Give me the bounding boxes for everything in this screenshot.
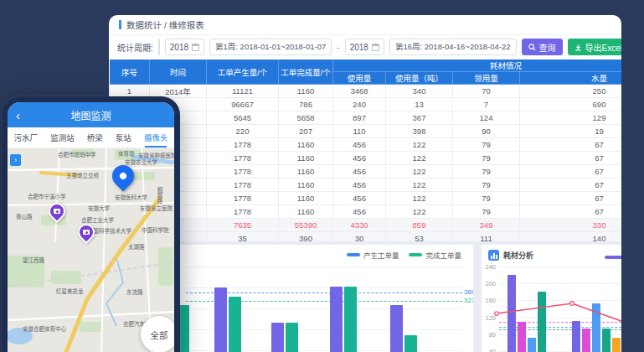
gridline (186, 287, 462, 288)
table-cell: 70 (453, 85, 520, 98)
phone-header: ‹ 地图监测 (8, 102, 174, 127)
table-cell: 1160 (279, 205, 333, 219)
map-label: 合肥市琥珀中学 (58, 150, 96, 158)
map-label: 安徽省立医院 (140, 204, 173, 212)
bar-consumable (582, 329, 590, 352)
phone-tab-污水厂[interactable]: 污水厂 (14, 127, 39, 148)
year-from-select[interactable]: 2018 (165, 39, 204, 55)
period-label: 统计周期: (117, 41, 153, 54)
table-cell: 110 (333, 125, 386, 138)
map-label: 红星美凯龙 (56, 287, 84, 295)
y-axis-tick-label: 200 (482, 280, 496, 287)
report-table-container: 序号 时间 工单产生量/个 工单完成量/个 耗材情况 使用量 使用量（吨） 领用… (109, 59, 621, 245)
reference-line-label: 360 (464, 288, 473, 296)
dashboard-panel: 数据统计 / 维修报表 统计周期: 年季月周日 2018 第1周: 2018-0… (109, 15, 621, 352)
table-cell: 67 (520, 205, 622, 219)
bar-consumable (528, 338, 536, 352)
table-cell: 786 (279, 98, 333, 111)
map-label: 东流路 (126, 287, 143, 296)
table-row: 10177811604561227967 (110, 205, 622, 219)
phone-page-title: 地图监测 (70, 108, 111, 122)
export-excel-button[interactable]: 导出Excel (568, 39, 621, 55)
breadcrumb-text: 数据统计 / 维修报表 (126, 18, 204, 31)
week-from-input[interactable]: 第1周: 2018-01-01~2018-01-07 (209, 39, 332, 55)
export-label: 导出Excel (585, 41, 621, 54)
map-label: 安徽省肿瘤医院 (138, 151, 174, 159)
map-label: 安徽合肥体育中心 (23, 324, 66, 333)
table-row: 9177811604561227967 (110, 192, 622, 205)
bar-产生工单量 (214, 287, 227, 352)
col-header: 序号 (110, 60, 150, 85)
y-axis-tick-label: 120 (482, 314, 496, 322)
camera-glyph (54, 209, 60, 214)
table-cell: 7 (453, 98, 520, 111)
table-cell: 122 (386, 179, 453, 192)
phone-tab-监测站[interactable]: 监测站 (50, 127, 75, 148)
table-cell: 122 (386, 138, 453, 152)
bar-consumable (592, 303, 600, 352)
calendar-icon (192, 44, 199, 51)
legend-item[interactable]: 完成工单量 (409, 250, 461, 260)
query-label: 查询 (539, 41, 556, 54)
year-to-select[interactable]: 2018 (345, 39, 384, 55)
calendar-icon (372, 44, 379, 51)
breadcrumb: 数据统计 / 维修报表 (109, 15, 621, 35)
y-axis-tick-label: 80 (482, 331, 496, 339)
table-cell: 79 (453, 205, 520, 219)
bar-consumable (538, 292, 546, 352)
table-cell: 122 (386, 152, 453, 165)
map-label: 太湖路 (128, 242, 145, 251)
query-button[interactable]: 查询 (522, 39, 563, 55)
map-label: 黄山路 (16, 212, 33, 220)
dashboard-screen: { "desktop": { "breadcrumb": "数据统计 / 维修报… (0, 0, 644, 352)
year-from-value: 2018 (170, 43, 188, 52)
bar-consumable (602, 329, 611, 352)
table-cell: 3468 (333, 85, 386, 98)
gridline (186, 308, 462, 309)
filter-bar: 统计周期: 年季月周日 2018 第1周: 2018-01-01~2018-01… (109, 35, 621, 59)
bar-consumable (507, 275, 516, 352)
show-all-button[interactable]: 全部 (141, 316, 174, 352)
phone-tab-泵站[interactable]: 泵站 (116, 127, 131, 148)
y-axis-tick-label: 40 (482, 348, 496, 352)
table-row: 42202071103989019 (110, 125, 622, 138)
table-total-row: 合计7635553904330859349330 (110, 219, 622, 232)
table-cell: 13 (386, 98, 453, 111)
bar-consumable (572, 321, 580, 352)
total-value-cell: 859 (386, 219, 453, 232)
table-row: 12014年111211160346834070250 (110, 85, 622, 98)
gridline (186, 329, 462, 330)
phone-tab-摄像头[interactable]: 摄像头 (144, 127, 168, 148)
phone-tab-bar: 污水厂监测站桥梁泵站摄像头 (8, 127, 174, 148)
expand-panel-icon[interactable]: › (10, 154, 21, 166)
map-view[interactable]: 合肥市琥珀中学体育场安徽农业大学安徽省肿瘤医院五里墩立交桥安徽医科大学安徽省立医… (8, 148, 174, 352)
week-to-input[interactable]: 第16周: 2018-04-16~2018-04-22 (389, 39, 517, 55)
back-icon[interactable]: ‹ (16, 109, 20, 122)
year-to-value: 2018 (350, 43, 368, 52)
sub-col-header: 领用量 (453, 72, 520, 85)
consumables-chart-header: 耗材分析 (488, 250, 533, 261)
map-label: 安徽大学 (88, 204, 110, 212)
table-cell: 367 (386, 111, 453, 125)
legend-swatch (409, 253, 422, 256)
bar-完成工单量 (286, 323, 298, 352)
table-cell: 250 (520, 85, 622, 98)
table-cell: 1778 (207, 138, 279, 152)
chart-icon (488, 250, 499, 261)
reference-line (186, 292, 462, 293)
table-cell: 456 (333, 205, 386, 219)
col-header: 工单完成量/个 (279, 60, 333, 85)
period-option-年[interactable]: 年 (159, 39, 160, 54)
map-label: 安徽医科大学 (115, 193, 147, 201)
table-cell: 122 (386, 165, 453, 179)
table-cell: 19 (520, 125, 622, 138)
col-header: 工单产生量/个 (207, 60, 279, 85)
report-table: 序号 时间 工单产生量/个 工单完成量/个 耗材情况 使用量 使用量（吨） 领用… (109, 59, 621, 245)
legend-item[interactable]: 产生工单量 (347, 250, 399, 260)
table-cell: 90 (453, 125, 520, 138)
table-cell: 1778 (207, 165, 279, 179)
map-label: 五里墩立交桥 (66, 171, 99, 179)
table-row: 296667786240137690 (110, 98, 622, 111)
table-cell: 96667 (207, 98, 279, 111)
phone-tab-桥梁[interactable]: 桥梁 (87, 127, 103, 148)
